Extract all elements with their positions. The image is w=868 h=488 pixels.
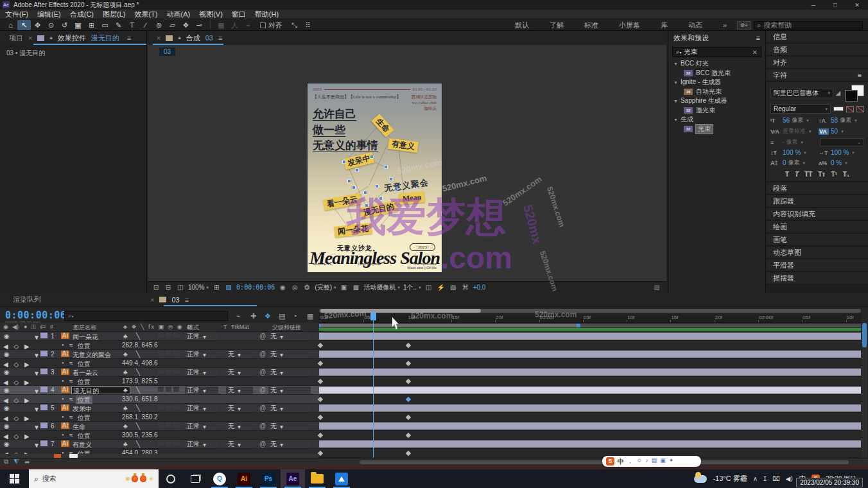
menu-item-视图V[interactable]: 视图(V) bbox=[199, 10, 223, 19]
switch-cell[interactable] bbox=[173, 440, 179, 446]
quality-switch-icon[interactable]: ♣ bbox=[123, 369, 128, 376]
property-row-left[interactable]: ◀ ◇ ▶◔≈位置449.4, 498.6 bbox=[0, 359, 319, 368]
switch-cell[interactable] bbox=[173, 423, 179, 428]
grid-guides-icon[interactable]: ⊞ bbox=[212, 284, 221, 291]
text-color-swatch[interactable] bbox=[845, 85, 864, 101]
pixel-aspect-icon[interactable]: ◫ bbox=[424, 284, 433, 291]
switch-cell[interactable] bbox=[158, 405, 164, 410]
layer-name-column[interactable]: 图层名称 bbox=[73, 324, 96, 332]
start-button[interactable] bbox=[0, 469, 29, 488]
grid-extra-icon[interactable]: ⠿ bbox=[301, 20, 315, 30]
property-value[interactable]: 268.1, 350.2 bbox=[122, 414, 158, 421]
timeline-current-time[interactable]: 0:00:00:06 bbox=[5, 309, 66, 321]
label-color-chip[interactable] bbox=[40, 369, 48, 374]
eye-icon[interactable]: ◉ bbox=[4, 333, 10, 340]
property-name[interactable]: 位置 bbox=[78, 342, 91, 351]
quality-switch-icon[interactable]: ♣ bbox=[123, 423, 128, 430]
parent-pickwhip-icon[interactable]: @ bbox=[259, 405, 266, 412]
effects-switch-icon[interactable]: ╲ bbox=[136, 440, 140, 448]
switch-cell[interactable] bbox=[166, 440, 171, 446]
panel-menu-icon[interactable]: ≡ bbox=[127, 34, 131, 42]
switch-cell[interactable] bbox=[173, 333, 179, 338]
eye-icon[interactable]: ◉ bbox=[4, 423, 10, 430]
keyframe-diamond[interactable] bbox=[405, 342, 410, 347]
microphone-icon[interactable]: ⵊ bbox=[763, 475, 767, 482]
view-layout-dropdown[interactable]: 1个..▾ bbox=[403, 283, 421, 292]
parent-dropdown[interactable]: 无▾ bbox=[268, 387, 311, 394]
label-color-chip[interactable] bbox=[40, 440, 48, 446]
switch-cell[interactable] bbox=[158, 440, 164, 446]
panel-header-信息[interactable]: 信息 bbox=[767, 31, 868, 44]
label-color-chip[interactable] bbox=[40, 333, 48, 338]
quality-switch-icon[interactable]: ♣ bbox=[123, 351, 128, 358]
layer-duration-bar[interactable] bbox=[319, 440, 861, 448]
lock-icon[interactable]: 🔒︎ bbox=[178, 35, 180, 41]
playhead-line[interactable] bbox=[373, 313, 374, 458]
faux-style-button-5[interactable]: T₁ bbox=[843, 171, 849, 178]
layer-duration-lane[interactable] bbox=[319, 440, 861, 449]
home-tool-icon[interactable]: ⌂ bbox=[4, 20, 17, 30]
property-value[interactable]: 390.5, 235.6 bbox=[122, 431, 158, 439]
property-value[interactable]: 262.8, 645.6 bbox=[122, 342, 158, 349]
clear-search-icon[interactable]: ✕ bbox=[752, 49, 758, 56]
menu-item-文件F[interactable]: 文件(F) bbox=[5, 10, 28, 19]
expand-arrow-icon[interactable]: ▼ bbox=[33, 352, 40, 359]
property-keyframe-lane[interactable] bbox=[319, 413, 861, 422]
parent-dropdown[interactable]: 无▾ bbox=[268, 423, 311, 430]
tab-project[interactable]: 项目 bbox=[9, 33, 23, 43]
property-row-漫无目的[interactable]: ◀ ◇ ▶◔≈位置330.6, 651.8 bbox=[0, 395, 861, 404]
effects-switch-icon[interactable]: ╲ bbox=[136, 387, 140, 394]
maximize-button[interactable]: □ bbox=[824, 2, 846, 8]
channels-icon[interactable]: ❂ bbox=[302, 284, 311, 291]
label-color-chip[interactable] bbox=[40, 405, 48, 410]
stopwatch-icon[interactable]: ◔ bbox=[60, 431, 64, 439]
zoom-tool-icon[interactable]: ⊙ bbox=[44, 20, 58, 30]
layer-row-闻一朵花[interactable]: ◉▼1Ai闻一朵花♣╲正常▾@无▾ bbox=[0, 332, 861, 341]
workspace-tab-默认[interactable]: 默认 bbox=[505, 21, 539, 30]
keyframe-diamond[interactable] bbox=[405, 432, 410, 437]
menu-item-合成C[interactable]: 合成(C) bbox=[70, 10, 94, 19]
layer-row-无意义的聚会[interactable]: ◉▼2Ai无意义的聚会♣╲正常▾无▾@无▾ bbox=[0, 350, 861, 359]
zoom-slider-icon[interactable]: ⬌ bbox=[24, 458, 30, 466]
timeline-vertical-scrollbar[interactable] bbox=[862, 323, 867, 458]
trkmat-dropdown[interactable]: 无▾ bbox=[226, 423, 253, 430]
comp-flowchart-icon[interactable]: ⌘ bbox=[461, 284, 470, 291]
layer-duration-lane[interactable] bbox=[319, 368, 861, 377]
panel-header-平滑器[interactable]: 平滑器 bbox=[767, 259, 868, 272]
workspace-tab-动态[interactable]: 动态 bbox=[678, 21, 713, 30]
graph-icon[interactable]: ≈ bbox=[69, 414, 73, 421]
sogou-icon-4[interactable]: ▣ bbox=[660, 457, 666, 466]
selection-tool-icon[interactable]: ↖ bbox=[17, 20, 31, 30]
help-search[interactable]: ⌕ 搜索帮助 bbox=[754, 21, 863, 30]
property-keyframe-lane[interactable] bbox=[319, 341, 861, 350]
property-row-left[interactable]: ◀ ◇ ▶◔≈位置390.5, 235.6 bbox=[0, 431, 319, 440]
switch-cell[interactable] bbox=[166, 423, 171, 428]
graph-icon[interactable]: ≈ bbox=[69, 360, 73, 367]
panel-header-画笔[interactable]: 画笔 bbox=[767, 234, 868, 247]
mode-dropdown[interactable]: 正常▾ bbox=[185, 423, 218, 430]
taskbar-app-after-effects[interactable]: Ae bbox=[281, 469, 305, 488]
fast-preview-icon[interactable]: ⚡ bbox=[437, 284, 446, 291]
quality-switch-icon[interactable]: ♣ bbox=[123, 333, 128, 340]
faux-style-button-4[interactable]: T¹ bbox=[831, 171, 837, 178]
workspace-tab-小屏幕[interactable]: 小屏幕 bbox=[609, 21, 650, 30]
effects-group-Ignite - 生成器[interactable]: ▼Ignite - 生成器 bbox=[668, 78, 765, 87]
fill-swatch[interactable] bbox=[833, 107, 844, 111]
switch-cell[interactable] bbox=[173, 369, 179, 374]
no-stroke-swatch[interactable] bbox=[856, 106, 864, 112]
sogou-icon-1[interactable]: ☺ bbox=[636, 457, 642, 466]
taskbar-app-illustrator[interactable]: Ai bbox=[232, 469, 256, 488]
mode-dropdown[interactable]: 正常▾ bbox=[185, 405, 218, 412]
effects-search[interactable]: ⌕▾ 光束 ✕ bbox=[672, 47, 761, 57]
panel-header-绘画[interactable]: 绘画 bbox=[767, 221, 868, 234]
property-name[interactable]: 位置 bbox=[78, 414, 91, 423]
close-tab-icon[interactable]: × bbox=[157, 34, 161, 42]
keyframe-nav-icons[interactable]: ◀ ◇ ▶ bbox=[3, 397, 31, 404]
tracking-control[interactable]: VA50▾ bbox=[819, 128, 864, 135]
viewer-gripper-icon[interactable]: ▥ bbox=[652, 284, 661, 291]
weather-temp[interactable]: -13°C 雾霾 bbox=[713, 474, 747, 484]
viewer-timecode[interactable]: 0:00:00:06 bbox=[236, 284, 275, 291]
ime-mode-label[interactable]: 中 bbox=[618, 457, 624, 466]
mode-dropdown[interactable]: 正常▾ bbox=[185, 440, 218, 448]
layer-row-漫无目的[interactable]: ◉▼4Ai漫无目的♣╲正常▾无▾@无▾ bbox=[0, 386, 861, 395]
